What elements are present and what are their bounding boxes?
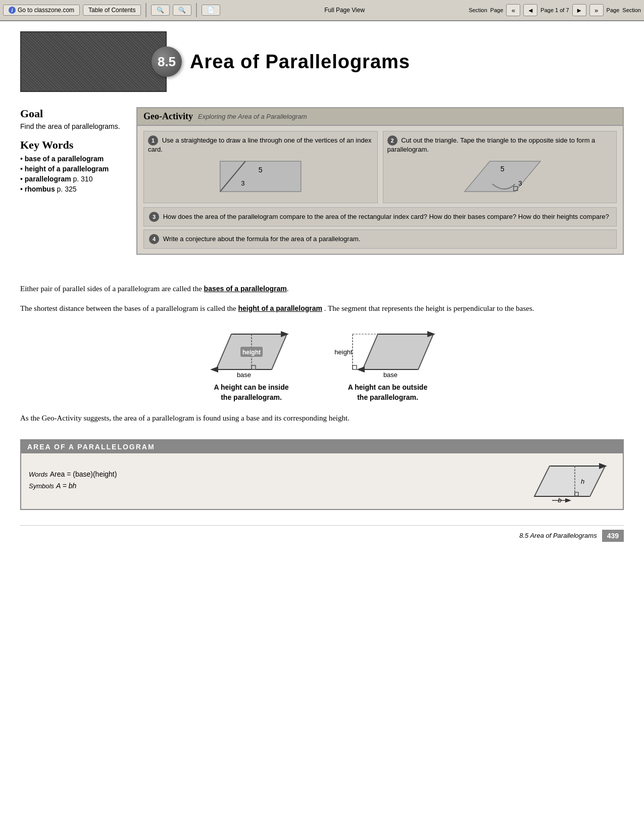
formula-svg: h b (524, 458, 615, 504)
keyword-item-4: rhombus p. 325 (20, 185, 121, 193)
footer-text: 8.5 Area of Parallelograms (519, 532, 597, 539)
prev-page-button[interactable]: ◄ (523, 4, 537, 16)
diagrams-row: height base A height can be inside the p… (20, 324, 624, 402)
full-page-label: Full Page View (324, 7, 365, 14)
diagram-inside-label: A height can be inside the parallelogram… (214, 383, 288, 402)
geo-step-1: 1 Use a straightedge to draw a line thro… (143, 131, 378, 203)
geo-activity-body: 1 Use a straightedge to draw a line thro… (137, 126, 623, 254)
next-page-button[interactable]: ► (572, 4, 586, 16)
step2-text: 2 Cut out the triangle. Tape the triangl… (387, 135, 613, 153)
height-term: height of a parallelogram (238, 304, 322, 312)
formula-diagram: h b (524, 458, 615, 504)
formula-words: Words Area = (base)(height) (29, 470, 514, 478)
geo-activity-header: Geo-Activity Exploring the Area of a Par… (137, 108, 623, 126)
step4-num: 4 (149, 234, 159, 244)
step3-num: 3 (149, 212, 159, 222)
keyword-item-2: height of a parallelogram (20, 165, 121, 173)
section-start-button[interactable]: « (506, 4, 520, 16)
table-of-contents-button[interactable]: Table of Contents (83, 5, 141, 16)
right-column: Geo-Activity Exploring the Area of a Par… (136, 107, 624, 265)
page-indicator: Page 1 of 7 (540, 7, 569, 13)
section-end-button[interactable]: » (589, 4, 604, 16)
svg-marker-16 (363, 334, 433, 369)
geo-activity-label: Geo-Activity (143, 111, 193, 122)
svg-text:3: 3 (518, 179, 522, 187)
svg-text:height: height (334, 348, 353, 356)
svg-text:3: 3 (241, 179, 244, 187)
info-icon: i (9, 7, 16, 14)
section-left-label: Section (469, 7, 487, 13)
as-text: As the Geo-Activity suggests, the area o… (20, 412, 624, 424)
svg-text:base: base (236, 371, 251, 379)
formula-body: Words Area = (base)(height) Symbols A = … (21, 453, 623, 509)
svg-text:5: 5 (500, 165, 504, 173)
toolbar-right: Section Page « ◄ Page 1 of 7 ► » Page Se… (469, 4, 641, 16)
divider2 (196, 3, 197, 17)
main-content: Either pair of parallel sides of a paral… (20, 275, 624, 510)
step1-diagram: 5 3 (148, 156, 373, 197)
page-left-label: Page (490, 7, 504, 13)
page-right-label: Page (607, 7, 620, 13)
toolbar-center: Full Page View (223, 7, 465, 14)
header-image (20, 31, 167, 92)
geo-activity-subtitle: Exploring the Area of a Parallelogram (198, 113, 307, 120)
left-column: Goal Find the area of parallelograms. Ke… (20, 107, 121, 265)
keyword-rhombus: rhombus (25, 185, 55, 193)
svg-rect-21 (353, 365, 357, 369)
diagram-outside-label: A height can be outside the parallelogra… (348, 383, 427, 402)
formula-text: Words Area = (base)(height) Symbols A = … (29, 470, 514, 493)
geo-step-4: 4 Write a conjecture about the formula f… (143, 229, 617, 249)
main-text-1: Either pair of parallel sides of a paral… (20, 283, 624, 295)
step1-text: 1 Use a straightedge to draw a line thro… (148, 135, 373, 153)
formula-symbols: Symbols A = bh (29, 481, 514, 490)
step2-num: 2 (387, 135, 398, 146)
goal-text: Find the area of parallelograms. (20, 122, 121, 130)
diagram-outside-svg: height base (332, 324, 443, 380)
zoom-in-button[interactable]: 🔍 (173, 5, 191, 16)
page-right-group: Page (607, 7, 620, 13)
svg-marker-24 (534, 466, 605, 496)
section-right-group: Section (622, 7, 641, 13)
svg-text:base: base (383, 371, 397, 379)
goto-classzone-button[interactable]: i Go to classzone.com (3, 5, 80, 16)
keyword-item-1: base of a parallelogram (20, 155, 121, 163)
bases-term: bases of a parallelogram (204, 285, 287, 293)
keyword-base: base of a parallelogram (25, 155, 104, 163)
diagram-outside: height base A height can be outside the … (332, 324, 443, 402)
page-left-group: Page (490, 7, 504, 13)
page-title: Area of Parallelograms (190, 51, 410, 73)
zoom-out-button[interactable]: 🔍 (151, 5, 170, 16)
keywords-list: base of a parallelogram height of a para… (20, 155, 121, 193)
svg-text:height: height (242, 349, 261, 356)
two-column-layout: Goal Find the area of parallelograms. Ke… (20, 107, 624, 265)
page-footer: 8.5 Area of Parallelograms 439 (20, 525, 624, 542)
step1-num: 1 (148, 135, 158, 146)
geo-steps: 1 Use a straightedge to draw a line thro… (143, 131, 617, 203)
formula-header: AREA OF A PARALLELOGRAM (21, 440, 623, 453)
geo-activity-box: Geo-Activity Exploring the Area of a Par… (136, 107, 624, 255)
main-text-2: The shortest distance between the bases … (20, 303, 624, 314)
geo-step-3: 3 How does the area of the parallelogram… (143, 207, 617, 226)
section-right-label: Section (622, 7, 641, 13)
section-left-group: Section (469, 7, 487, 13)
page-header: 8.5 Area of Parallelograms (20, 31, 624, 92)
toolbar: i Go to classzone.com Table of Contents … (0, 0, 644, 21)
page-content: 8.5 Area of Parallelograms Goal Find the… (0, 21, 644, 562)
geo-step-2: 2 Cut out the triangle. Tape the triangl… (383, 131, 617, 203)
keywords-title: Key Words (20, 138, 121, 152)
keyword-height: height of a parallelogram (25, 165, 109, 173)
formula-box: AREA OF A PARALLELOGRAM Words Area = (ba… (20, 439, 624, 510)
step2-diagram: 5 3 (387, 156, 613, 197)
goal-title: Goal (20, 107, 121, 120)
full-page-view-button[interactable]: 📄 (202, 5, 220, 16)
diagram-inside: height base A height can be inside the p… (201, 324, 302, 402)
footer-page-box: 439 (602, 530, 624, 542)
keyword-item-3: parallelogram p. 310 (20, 175, 121, 183)
section-badge: 8.5 (152, 47, 182, 77)
svg-text:h: h (581, 478, 584, 485)
svg-text:5: 5 (259, 166, 263, 174)
divider (145, 3, 146, 17)
keyword-parallelogram: parallelogram (25, 175, 71, 183)
diagram-inside-svg: height base (201, 324, 302, 380)
